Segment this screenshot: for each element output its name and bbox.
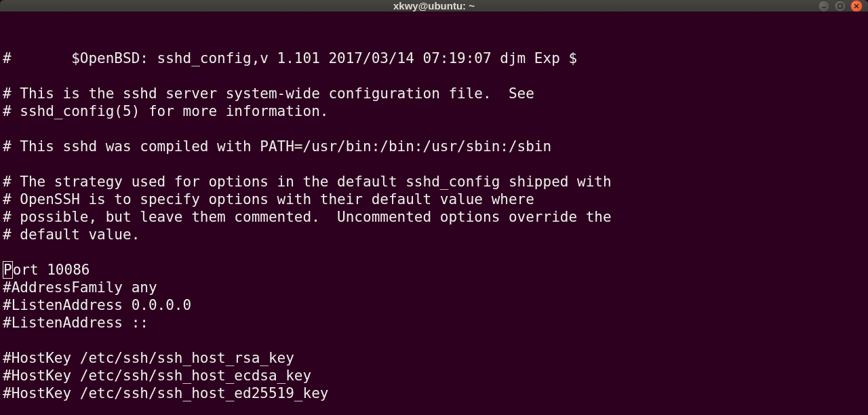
terminal-line bbox=[3, 332, 865, 349]
terminal-window: xkwy@ubuntu: ~ # $OpenBSD: sshd_config,v… bbox=[0, 0, 868, 415]
terminal-body[interactable]: # $OpenBSD: sshd_config,v 1.101 2017/03/… bbox=[0, 12, 868, 415]
terminal-line: # OpenSSH is to specify options with the… bbox=[3, 191, 865, 208]
svg-rect-1 bbox=[838, 4, 842, 8]
minimize-button[interactable] bbox=[818, 0, 830, 12]
terminal-line bbox=[3, 120, 865, 138]
maximize-button[interactable] bbox=[834, 0, 846, 12]
terminal-line bbox=[3, 402, 865, 415]
window-title: xkwy@ubuntu: ~ bbox=[393, 0, 475, 12]
terminal-line: #ListenAddress :: bbox=[3, 314, 865, 332]
terminal-line bbox=[3, 243, 865, 261]
terminal-line: #AddressFamily any bbox=[3, 279, 865, 296]
titlebar[interactable]: xkwy@ubuntu: ~ bbox=[0, 0, 868, 12]
terminal-line: # This sshd was compiled with PATH=/usr/… bbox=[3, 138, 865, 155]
close-button[interactable] bbox=[850, 0, 863, 12]
terminal-line: # The strategy used for options in the d… bbox=[3, 173, 865, 191]
terminal-line bbox=[3, 67, 865, 85]
maximize-icon bbox=[837, 3, 844, 9]
terminal-line: # default value. bbox=[3, 226, 865, 243]
terminal-line: # sshd_config(5) for more information. bbox=[3, 102, 865, 120]
terminal-line: # This is the sshd server system-wide co… bbox=[3, 85, 865, 102]
terminal-line: #ListenAddress 0.0.0.0 bbox=[3, 296, 865, 314]
minimize-icon bbox=[821, 3, 827, 9]
terminal-line: #HostKey /etc/ssh/ssh_host_rsa_key bbox=[3, 349, 865, 367]
terminal-line: # $OpenBSD: sshd_config,v 1.101 2017/03/… bbox=[3, 50, 865, 67]
terminal-line bbox=[3, 155, 865, 173]
terminal-line: # possible, but leave them commented. Un… bbox=[3, 208, 865, 226]
close-icon bbox=[853, 3, 860, 9]
terminal-line: Port 10086 bbox=[3, 261, 865, 279]
terminal-line: #HostKey /etc/ssh/ssh_host_ed25519_key bbox=[3, 384, 865, 402]
window-controls bbox=[818, 0, 863, 12]
text-cursor: P bbox=[3, 261, 13, 279]
terminal-line: #HostKey /etc/ssh/ssh_host_ecdsa_key bbox=[3, 367, 865, 384]
